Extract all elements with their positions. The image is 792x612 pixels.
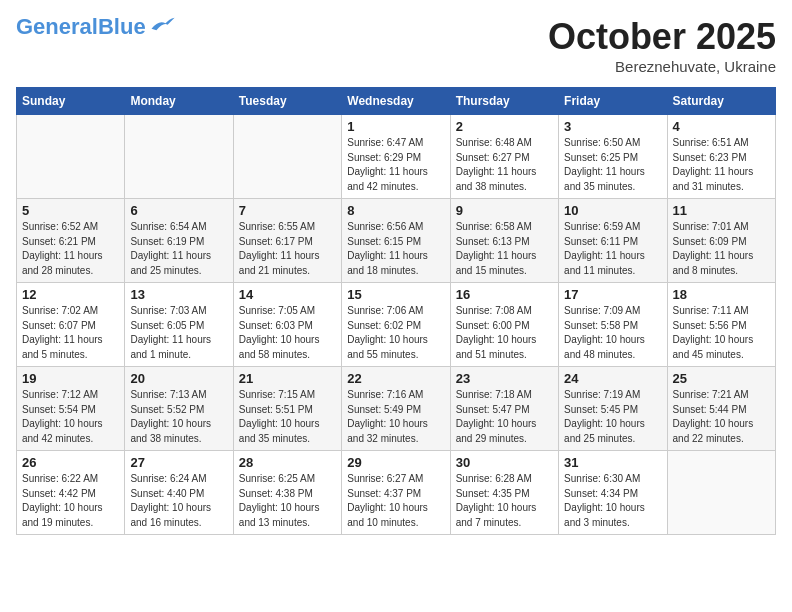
calendar-cell: 19Sunrise: 7:12 AM Sunset: 5:54 PM Dayli… xyxy=(17,367,125,451)
day-info: Sunrise: 7:18 AM Sunset: 5:47 PM Dayligh… xyxy=(456,388,553,446)
day-number: 3 xyxy=(564,119,661,134)
calendar-cell: 8Sunrise: 6:56 AM Sunset: 6:15 PM Daylig… xyxy=(342,199,450,283)
day-info: Sunrise: 7:13 AM Sunset: 5:52 PM Dayligh… xyxy=(130,388,227,446)
day-info: Sunrise: 7:02 AM Sunset: 6:07 PM Dayligh… xyxy=(22,304,119,362)
calendar-cell: 15Sunrise: 7:06 AM Sunset: 6:02 PM Dayli… xyxy=(342,283,450,367)
weekday-header-tuesday: Tuesday xyxy=(233,88,341,115)
weekday-header-saturday: Saturday xyxy=(667,88,775,115)
calendar-cell: 17Sunrise: 7:09 AM Sunset: 5:58 PM Dayli… xyxy=(559,283,667,367)
calendar-week-3: 12Sunrise: 7:02 AM Sunset: 6:07 PM Dayli… xyxy=(17,283,776,367)
calendar-week-2: 5Sunrise: 6:52 AM Sunset: 6:21 PM Daylig… xyxy=(17,199,776,283)
day-info: Sunrise: 7:03 AM Sunset: 6:05 PM Dayligh… xyxy=(130,304,227,362)
day-info: Sunrise: 6:58 AM Sunset: 6:13 PM Dayligh… xyxy=(456,220,553,278)
day-number: 30 xyxy=(456,455,553,470)
day-number: 15 xyxy=(347,287,444,302)
calendar-cell: 9Sunrise: 6:58 AM Sunset: 6:13 PM Daylig… xyxy=(450,199,558,283)
day-info: Sunrise: 6:28 AM Sunset: 4:35 PM Dayligh… xyxy=(456,472,553,530)
weekday-header-sunday: Sunday xyxy=(17,88,125,115)
day-number: 10 xyxy=(564,203,661,218)
month-title: October 2025 xyxy=(548,16,776,58)
calendar-cell xyxy=(667,451,775,535)
day-number: 5 xyxy=(22,203,119,218)
calendar-cell: 16Sunrise: 7:08 AM Sunset: 6:00 PM Dayli… xyxy=(450,283,558,367)
day-info: Sunrise: 6:47 AM Sunset: 6:29 PM Dayligh… xyxy=(347,136,444,194)
day-number: 20 xyxy=(130,371,227,386)
logo-bird-icon xyxy=(148,16,176,34)
calendar-cell: 21Sunrise: 7:15 AM Sunset: 5:51 PM Dayli… xyxy=(233,367,341,451)
day-info: Sunrise: 6:59 AM Sunset: 6:11 PM Dayligh… xyxy=(564,220,661,278)
calendar-cell: 31Sunrise: 6:30 AM Sunset: 4:34 PM Dayli… xyxy=(559,451,667,535)
logo: GeneralBlue xyxy=(16,16,176,38)
day-number: 16 xyxy=(456,287,553,302)
calendar-week-4: 19Sunrise: 7:12 AM Sunset: 5:54 PM Dayli… xyxy=(17,367,776,451)
day-info: Sunrise: 6:48 AM Sunset: 6:27 PM Dayligh… xyxy=(456,136,553,194)
calendar-cell: 6Sunrise: 6:54 AM Sunset: 6:19 PM Daylig… xyxy=(125,199,233,283)
calendar-cell: 23Sunrise: 7:18 AM Sunset: 5:47 PM Dayli… xyxy=(450,367,558,451)
calendar-cell: 3Sunrise: 6:50 AM Sunset: 6:25 PM Daylig… xyxy=(559,115,667,199)
day-number: 22 xyxy=(347,371,444,386)
day-info: Sunrise: 6:22 AM Sunset: 4:42 PM Dayligh… xyxy=(22,472,119,530)
day-number: 4 xyxy=(673,119,770,134)
day-info: Sunrise: 7:19 AM Sunset: 5:45 PM Dayligh… xyxy=(564,388,661,446)
calendar-cell: 11Sunrise: 7:01 AM Sunset: 6:09 PM Dayli… xyxy=(667,199,775,283)
day-info: Sunrise: 6:25 AM Sunset: 4:38 PM Dayligh… xyxy=(239,472,336,530)
day-number: 24 xyxy=(564,371,661,386)
day-info: Sunrise: 6:24 AM Sunset: 4:40 PM Dayligh… xyxy=(130,472,227,530)
calendar-cell: 26Sunrise: 6:22 AM Sunset: 4:42 PM Dayli… xyxy=(17,451,125,535)
day-info: Sunrise: 7:05 AM Sunset: 6:03 PM Dayligh… xyxy=(239,304,336,362)
day-number: 13 xyxy=(130,287,227,302)
day-info: Sunrise: 6:30 AM Sunset: 4:34 PM Dayligh… xyxy=(564,472,661,530)
day-info: Sunrise: 7:09 AM Sunset: 5:58 PM Dayligh… xyxy=(564,304,661,362)
weekday-header-monday: Monday xyxy=(125,88,233,115)
calendar-cell xyxy=(125,115,233,199)
calendar-cell: 25Sunrise: 7:21 AM Sunset: 5:44 PM Dayli… xyxy=(667,367,775,451)
day-number: 28 xyxy=(239,455,336,470)
day-number: 11 xyxy=(673,203,770,218)
day-number: 14 xyxy=(239,287,336,302)
day-number: 19 xyxy=(22,371,119,386)
day-number: 1 xyxy=(347,119,444,134)
day-number: 25 xyxy=(673,371,770,386)
day-info: Sunrise: 7:16 AM Sunset: 5:49 PM Dayligh… xyxy=(347,388,444,446)
calendar-cell: 1Sunrise: 6:47 AM Sunset: 6:29 PM Daylig… xyxy=(342,115,450,199)
day-number: 26 xyxy=(22,455,119,470)
day-info: Sunrise: 6:54 AM Sunset: 6:19 PM Dayligh… xyxy=(130,220,227,278)
calendar-cell: 22Sunrise: 7:16 AM Sunset: 5:49 PM Dayli… xyxy=(342,367,450,451)
calendar-cell: 7Sunrise: 6:55 AM Sunset: 6:17 PM Daylig… xyxy=(233,199,341,283)
day-info: Sunrise: 7:15 AM Sunset: 5:51 PM Dayligh… xyxy=(239,388,336,446)
day-number: 23 xyxy=(456,371,553,386)
day-number: 2 xyxy=(456,119,553,134)
logo-text: GeneralBlue xyxy=(16,16,146,38)
day-info: Sunrise: 7:11 AM Sunset: 5:56 PM Dayligh… xyxy=(673,304,770,362)
day-number: 29 xyxy=(347,455,444,470)
calendar-cell: 20Sunrise: 7:13 AM Sunset: 5:52 PM Dayli… xyxy=(125,367,233,451)
day-number: 8 xyxy=(347,203,444,218)
day-info: Sunrise: 6:51 AM Sunset: 6:23 PM Dayligh… xyxy=(673,136,770,194)
day-info: Sunrise: 6:27 AM Sunset: 4:37 PM Dayligh… xyxy=(347,472,444,530)
calendar-cell: 10Sunrise: 6:59 AM Sunset: 6:11 PM Dayli… xyxy=(559,199,667,283)
calendar-cell: 27Sunrise: 6:24 AM Sunset: 4:40 PM Dayli… xyxy=(125,451,233,535)
weekday-header-wednesday: Wednesday xyxy=(342,88,450,115)
calendar-cell xyxy=(17,115,125,199)
day-info: Sunrise: 7:12 AM Sunset: 5:54 PM Dayligh… xyxy=(22,388,119,446)
page-header: GeneralBlue October 2025 Bereznehuvate, … xyxy=(16,16,776,75)
day-number: 18 xyxy=(673,287,770,302)
calendar-cell: 2Sunrise: 6:48 AM Sunset: 6:27 PM Daylig… xyxy=(450,115,558,199)
calendar-cell: 4Sunrise: 6:51 AM Sunset: 6:23 PM Daylig… xyxy=(667,115,775,199)
weekday-header-friday: Friday xyxy=(559,88,667,115)
day-number: 12 xyxy=(22,287,119,302)
day-number: 31 xyxy=(564,455,661,470)
weekday-header-row: SundayMondayTuesdayWednesdayThursdayFrid… xyxy=(17,88,776,115)
day-info: Sunrise: 7:08 AM Sunset: 6:00 PM Dayligh… xyxy=(456,304,553,362)
calendar-cell: 18Sunrise: 7:11 AM Sunset: 5:56 PM Dayli… xyxy=(667,283,775,367)
day-number: 6 xyxy=(130,203,227,218)
day-info: Sunrise: 7:01 AM Sunset: 6:09 PM Dayligh… xyxy=(673,220,770,278)
day-info: Sunrise: 7:06 AM Sunset: 6:02 PM Dayligh… xyxy=(347,304,444,362)
calendar-cell: 24Sunrise: 7:19 AM Sunset: 5:45 PM Dayli… xyxy=(559,367,667,451)
day-number: 27 xyxy=(130,455,227,470)
day-info: Sunrise: 6:56 AM Sunset: 6:15 PM Dayligh… xyxy=(347,220,444,278)
calendar-cell: 13Sunrise: 7:03 AM Sunset: 6:05 PM Dayli… xyxy=(125,283,233,367)
weekday-header-thursday: Thursday xyxy=(450,88,558,115)
day-number: 21 xyxy=(239,371,336,386)
calendar-table: SundayMondayTuesdayWednesdayThursdayFrid… xyxy=(16,87,776,535)
